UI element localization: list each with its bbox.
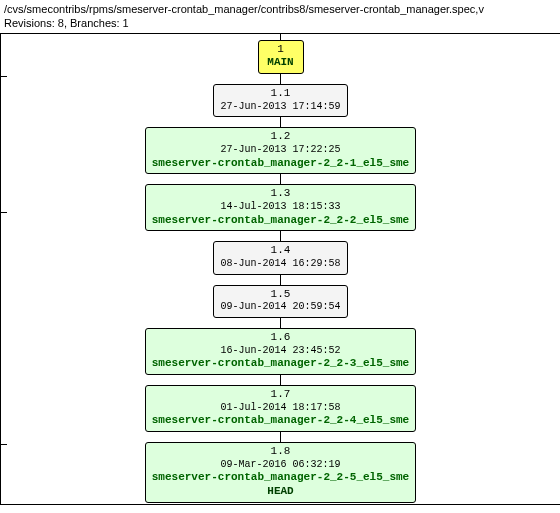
rev-node[interactable]: 1.3 14-Jul-2013 18:15:33 smeserver-cront… — [145, 184, 416, 231]
rev-tag: smeserver-crontab_manager-2_2-3_el5_sme — [152, 357, 409, 371]
rev-node[interactable]: 1.1 27-Jun-2013 17:14:59 — [213, 84, 347, 117]
edge — [280, 231, 281, 241]
edge — [280, 117, 281, 127]
rev-head: HEAD — [152, 485, 409, 499]
branch-name: MAIN — [265, 56, 297, 70]
rev-number: 1.3 — [152, 187, 409, 201]
rev-node[interactable]: 1.8 09-Mar-2016 06:32:19 smeserver-cront… — [145, 442, 416, 503]
rev-date: 27-Jun-2013 17:14:59 — [220, 101, 340, 114]
branch-rev: 1 — [265, 43, 297, 57]
rev-number: 1.4 — [220, 244, 340, 258]
rev-tag: smeserver-crontab_manager-2_2-5_el5_sme — [152, 471, 409, 485]
edge — [280, 432, 281, 442]
rev-node[interactable]: 1.7 01-Jul-2014 18:17:58 smeserver-cront… — [145, 385, 416, 432]
rev-node[interactable]: 1.2 27-Jun-2013 17:22:25 smeserver-cront… — [145, 127, 416, 174]
edge — [280, 74, 281, 84]
edge — [280, 375, 281, 385]
axis-tick — [1, 76, 7, 77]
rev-number: 1.2 — [152, 130, 409, 144]
rev-date: 01-Jul-2014 18:17:58 — [152, 402, 409, 415]
rev-number: 1.1 — [220, 87, 340, 101]
repo-path: /cvs/smecontribs/rpms/smeserver-crontab_… — [4, 3, 484, 15]
rev-number: 1.6 — [152, 331, 409, 345]
rev-date: 08-Jun-2014 16:29:58 — [220, 258, 340, 271]
rev-date: 09-Jun-2014 20:59:54 — [220, 301, 340, 314]
revision-graph: 1 MAIN 1.1 27-Jun-2013 17:14:59 1.2 27-J… — [0, 33, 560, 505]
edge — [280, 275, 281, 285]
repo-summary: Revisions: 8, Branches: 1 — [4, 17, 129, 29]
header: /cvs/smecontribs/rpms/smeserver-crontab_… — [0, 0, 560, 33]
rev-date: 14-Jul-2013 18:15:33 — [152, 201, 409, 214]
rev-date: 09-Mar-2016 06:32:19 — [152, 459, 409, 472]
axis-tick — [1, 212, 7, 213]
rev-node[interactable]: 1.5 09-Jun-2014 20:59:54 — [213, 285, 347, 318]
branch-column: 1 MAIN 1.1 27-Jun-2013 17:14:59 1.2 27-J… — [1, 34, 560, 504]
edge — [280, 174, 281, 184]
rev-date: 16-Jun-2014 23:45:52 — [152, 345, 409, 358]
rev-date: 27-Jun-2013 17:22:25 — [152, 144, 409, 157]
rev-tag: smeserver-crontab_manager-2_2-4_el5_sme — [152, 414, 409, 428]
edge — [280, 34, 281, 40]
axis-tick — [1, 444, 7, 445]
rev-node[interactable]: 1.4 08-Jun-2014 16:29:58 — [213, 241, 347, 274]
branch-node-main[interactable]: 1 MAIN — [258, 40, 304, 75]
rev-number: 1.8 — [152, 445, 409, 459]
rev-number: 1.7 — [152, 388, 409, 402]
edge — [280, 318, 281, 328]
rev-tag: smeserver-crontab_manager-2_2-2_el5_sme — [152, 214, 409, 228]
rev-number: 1.5 — [220, 288, 340, 302]
rev-node[interactable]: 1.6 16-Jun-2014 23:45:52 smeserver-cront… — [145, 328, 416, 375]
rev-tag: smeserver-crontab_manager-2_2-1_el5_sme — [152, 157, 409, 171]
